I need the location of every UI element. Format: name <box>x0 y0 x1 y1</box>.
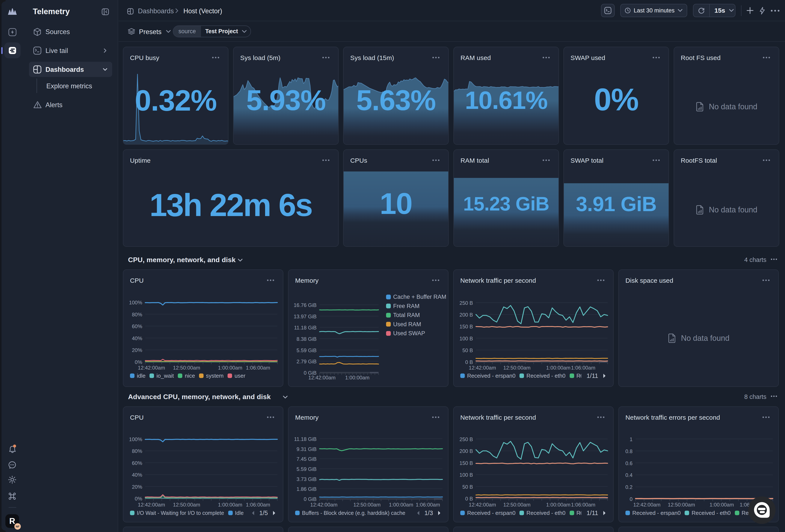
svg-text:1:06:00am: 1:06:00am <box>246 365 270 371</box>
svg-text:3.73 GiB: 3.73 GiB <box>297 476 316 482</box>
svg-text:1:00:00am: 1:00:00am <box>389 502 413 508</box>
svg-text:40%: 40% <box>132 336 142 341</box>
svg-text:8.38 GiB: 8.38 GiB <box>297 336 316 342</box>
svg-text:1:00:00am: 1:00:00am <box>546 365 570 371</box>
svg-text:100 B: 100 B <box>459 336 473 342</box>
svg-text:11.18 GiB: 11.18 GiB <box>294 436 316 442</box>
svg-text:0.8: 0.8 <box>626 448 633 454</box>
svg-text:1:00:00am: 1:00:00am <box>546 502 570 508</box>
svg-text:12:50:00am: 12:50:00am <box>503 365 531 371</box>
svg-text:7.45 GiB: 7.45 GiB <box>297 456 316 462</box>
svg-text:60%: 60% <box>132 460 142 466</box>
svg-text:16.76 GiB: 16.76 GiB <box>294 302 316 308</box>
svg-text:0%: 0% <box>135 359 142 365</box>
svg-text:12:50:00am: 12:50:00am <box>668 502 695 508</box>
svg-text:12:42:00am: 12:42:00am <box>469 502 496 508</box>
svg-text:5.59 GiB: 5.59 GiB <box>297 347 316 353</box>
svg-text:1:00:00am: 1:00:00am <box>218 365 242 371</box>
svg-text:150 B: 150 B <box>459 460 473 466</box>
svg-text:1:00:00am: 1:00:00am <box>345 375 369 380</box>
svg-text:50 B: 50 B <box>462 484 473 490</box>
svg-text:1:06:00am: 1:06:00am <box>416 502 440 508</box>
svg-text:0.6: 0.6 <box>626 460 633 466</box>
svg-text:12:42:00am: 12:42:00am <box>310 502 337 508</box>
svg-text:2.79 GiB: 2.79 GiB <box>297 358 316 364</box>
svg-text:1.86 GiB: 1.86 GiB <box>297 486 316 492</box>
svg-text:80%: 80% <box>132 448 142 454</box>
svg-text:1:06:00am: 1:06:00am <box>571 365 595 371</box>
svg-text:1:06:00am: 1:06:00am <box>246 502 270 508</box>
svg-text:250 B: 250 B <box>459 300 473 306</box>
svg-text:100%: 100% <box>129 436 142 442</box>
svg-text:100 B: 100 B <box>459 472 473 478</box>
svg-text:0.2: 0.2 <box>626 484 633 490</box>
svg-text:11.18 GiB: 11.18 GiB <box>294 325 316 330</box>
svg-text:12:50:00am: 12:50:00am <box>173 502 200 508</box>
svg-text:12:42:00am: 12:42:00am <box>138 502 165 508</box>
svg-text:12:50:00am: 12:50:00am <box>503 502 531 508</box>
svg-text:20%: 20% <box>132 484 142 490</box>
svg-text:0: 0 <box>630 496 633 502</box>
svg-text:150 B: 150 B <box>459 324 473 329</box>
svg-text:100%: 100% <box>129 300 142 305</box>
svg-text:60%: 60% <box>132 323 142 329</box>
svg-text:80%: 80% <box>132 312 142 317</box>
svg-text:0 GiB: 0 GiB <box>304 496 316 502</box>
svg-text:0%: 0% <box>135 496 142 502</box>
svg-text:5.59 GiB: 5.59 GiB <box>297 466 316 472</box>
svg-text:9.31 GiB: 9.31 GiB <box>297 446 316 452</box>
svg-text:40%: 40% <box>132 472 142 478</box>
svg-text:0.4: 0.4 <box>626 472 633 478</box>
svg-text:200 B: 200 B <box>459 448 473 454</box>
svg-text:13.97 GiB: 13.97 GiB <box>294 314 316 319</box>
svg-text:0 B: 0 B <box>465 496 473 502</box>
svg-text:50 B: 50 B <box>462 347 473 353</box>
svg-text:0 B: 0 B <box>465 359 473 365</box>
svg-text:12:42:00am: 12:42:00am <box>138 365 165 371</box>
svg-text:20%: 20% <box>132 347 142 353</box>
svg-text:12:42:00am: 12:42:00am <box>308 375 336 380</box>
svg-text:1:00:00am: 1:00:00am <box>709 502 734 508</box>
svg-text:1:06:00am: 1:06:00am <box>571 502 595 508</box>
svg-text:12:50:00am: 12:50:00am <box>173 365 200 371</box>
svg-text:250 B: 250 B <box>459 436 473 442</box>
svg-text:12:42:00am: 12:42:00am <box>633 502 661 508</box>
svg-text:1: 1 <box>630 436 633 442</box>
svg-text:200 B: 200 B <box>459 312 473 318</box>
svg-text:12:50:00am: 12:50:00am <box>353 502 381 508</box>
svg-text:1:00:00am: 1:00:00am <box>218 502 242 508</box>
svg-text:12:42:00am: 12:42:00am <box>469 365 496 371</box>
